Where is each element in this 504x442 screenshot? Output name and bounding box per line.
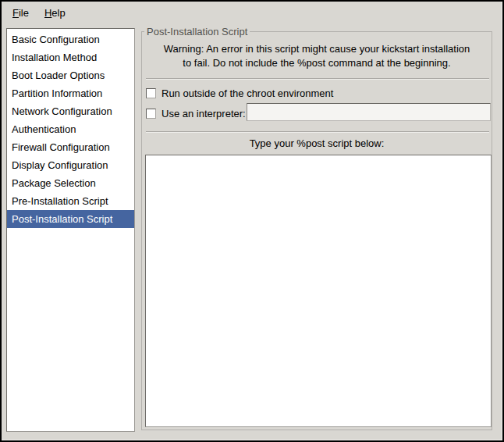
warning-line-2: to fail. Do not include the %post comman…	[142, 56, 492, 70]
sidebar-item-package-selection[interactable]: Package Selection	[7, 174, 134, 192]
sidebar-item-partition-information[interactable]: Partition Information	[7, 84, 134, 102]
sidebar-item-post-installation-script[interactable]: Post-Installation Script	[7, 210, 134, 228]
section-list: Basic Configuration Installation Method …	[6, 28, 135, 432]
sidebar-item-authentication[interactable]: Authentication	[7, 120, 134, 138]
post-script-textarea[interactable]	[145, 155, 492, 427]
sidebar-item-display-configuration[interactable]: Display Configuration	[7, 156, 134, 174]
frame-title: Post-Installation Script	[144, 26, 250, 37]
sidebar-item-boot-loader-options[interactable]: Boot Loader Options	[7, 66, 134, 84]
interpreter-input[interactable]	[247, 103, 491, 121]
sidebar-item-basic-configuration[interactable]: Basic Configuration	[7, 30, 134, 48]
menu-help-mnemonic: H	[44, 7, 51, 19]
menu-help[interactable]: Help	[37, 3, 73, 23]
sidebar-item-installation-method[interactable]: Installation Method	[7, 48, 134, 66]
sidebar-item-network-configuration[interactable]: Network Configuration	[7, 102, 134, 120]
interpreter-checkbox[interactable]	[146, 109, 156, 119]
sidebar-item-pre-installation-script[interactable]: Pre-Installation Script	[7, 192, 134, 210]
menu-file-mnemonic: F	[12, 7, 19, 19]
chroot-checkbox-label[interactable]: Run outside of the chroot environment	[161, 87, 333, 99]
kickstart-configurator-window: File Help Basic Configuration Installati…	[0, 0, 504, 442]
warning-line-1: Warning: An error in this script might c…	[142, 42, 492, 56]
menu-file[interactable]: File	[5, 3, 37, 23]
interpreter-option-row: Use an interpreter:	[146, 105, 246, 123]
menubar: File Help	[2, 2, 502, 23]
post-installation-frame: Post-Installation Script Warning: An err…	[141, 31, 492, 430]
chroot-checkbox[interactable]	[146, 88, 156, 98]
interpreter-checkbox-label[interactable]: Use an interpreter:	[161, 108, 246, 119]
menu-help-label: elp	[51, 7, 65, 19]
separator-top	[146, 78, 489, 80]
separator-bottom	[146, 131, 489, 133]
chroot-option-row: Run outside of the chroot environment	[146, 84, 333, 102]
warning-text: Warning: An error in this script might c…	[142, 42, 492, 70]
sidebar-item-firewall-configuration[interactable]: Firewall Configuration	[7, 138, 134, 156]
menu-file-label: ile	[19, 7, 29, 19]
script-area-label: Type your %post script below:	[142, 137, 492, 149]
